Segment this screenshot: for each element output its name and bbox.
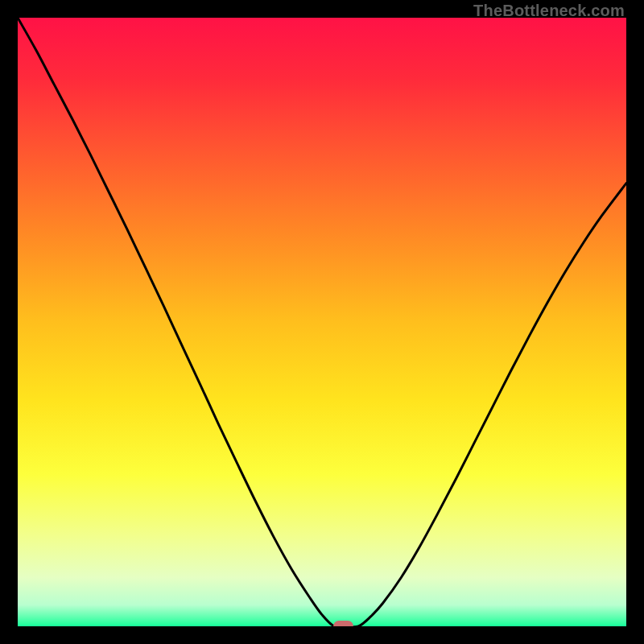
plot-area	[18, 18, 626, 626]
chart-frame: TheBottleneck.com	[0, 0, 644, 644]
gradient-background	[18, 18, 626, 626]
chart-svg	[18, 18, 626, 626]
optimal-marker	[333, 621, 353, 626]
